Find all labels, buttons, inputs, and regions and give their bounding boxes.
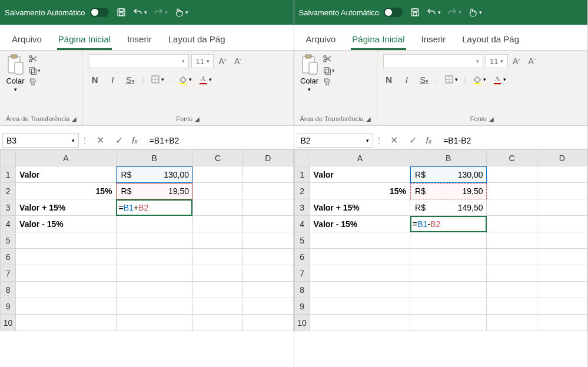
fx-icon[interactable]: fx bbox=[132, 135, 138, 145]
cell[interactable] bbox=[116, 265, 192, 282]
cell[interactable] bbox=[243, 232, 293, 249]
cell[interactable] bbox=[243, 199, 293, 216]
cell[interactable] bbox=[16, 298, 117, 315]
row-header[interactable]: 9 bbox=[294, 298, 310, 315]
row-header[interactable]: 8 bbox=[1, 282, 16, 298]
cancel-formula-button[interactable]: ✕ bbox=[388, 135, 400, 146]
cell[interactable] bbox=[487, 265, 537, 282]
cell[interactable] bbox=[192, 232, 242, 249]
cell[interactable] bbox=[310, 282, 410, 298]
cut-button[interactable] bbox=[323, 54, 335, 64]
font-color-button[interactable]: A▾ bbox=[492, 74, 506, 85]
cell[interactable] bbox=[310, 315, 410, 331]
col-header-b[interactable]: B bbox=[116, 150, 192, 166]
fill-color-button[interactable]: ▾ bbox=[472, 74, 486, 85]
cell[interactable] bbox=[116, 249, 192, 265]
tab-file[interactable]: Arquivo bbox=[4, 28, 50, 50]
tab-home[interactable]: Página Inicial bbox=[344, 28, 413, 50]
cell[interactable] bbox=[192, 298, 242, 315]
cell[interactable] bbox=[116, 216, 192, 232]
accept-formula-button[interactable]: ✓ bbox=[113, 135, 125, 146]
font-size-combo[interactable]: 11▾ bbox=[191, 54, 214, 68]
cell[interactable] bbox=[537, 282, 587, 298]
cell[interactable] bbox=[192, 315, 242, 331]
cell[interactable] bbox=[410, 315, 487, 331]
cell[interactable] bbox=[116, 282, 192, 298]
font-name-combo[interactable]: ▾ bbox=[383, 54, 483, 68]
cell[interactable] bbox=[192, 216, 242, 232]
bold-button[interactable]: N bbox=[89, 75, 101, 85]
cell[interactable] bbox=[243, 249, 293, 265]
row-header[interactable]: 1 bbox=[294, 166, 310, 183]
select-all-corner[interactable] bbox=[294, 150, 310, 166]
tab-home[interactable]: Página Inicial bbox=[50, 28, 119, 50]
row-header[interactable]: 6 bbox=[1, 249, 16, 265]
format-painter-button[interactable] bbox=[323, 78, 335, 87]
bold-button[interactable]: N bbox=[383, 75, 395, 85]
tab-insert[interactable]: Inserir bbox=[413, 28, 454, 50]
font-color-button[interactable]: A▾ bbox=[198, 74, 212, 85]
row-header[interactable]: 5 bbox=[294, 232, 310, 249]
cell[interactable] bbox=[192, 265, 242, 282]
formula-input[interactable]: =B1-B2 bbox=[438, 136, 587, 145]
row-header[interactable]: 3 bbox=[294, 199, 310, 216]
cell[interactable] bbox=[487, 249, 537, 265]
cell[interactable] bbox=[192, 166, 242, 183]
row-header[interactable]: 7 bbox=[1, 265, 16, 282]
italic-button[interactable]: I bbox=[107, 75, 118, 85]
cell[interactable] bbox=[487, 199, 537, 216]
underline-button[interactable]: S▾ bbox=[124, 75, 136, 85]
cell[interactable] bbox=[243, 166, 293, 183]
row-header[interactable]: 7 bbox=[294, 265, 310, 282]
cell[interactable] bbox=[487, 166, 537, 183]
cell[interactable] bbox=[410, 232, 487, 249]
fill-color-button[interactable]: ▾ bbox=[178, 74, 192, 85]
grow-font-button[interactable]: A^ bbox=[216, 55, 229, 68]
cell[interactable] bbox=[243, 315, 293, 331]
cell[interactable] bbox=[16, 265, 117, 282]
cut-button[interactable] bbox=[28, 54, 41, 64]
row-header[interactable]: 2 bbox=[1, 183, 16, 199]
accept-formula-button[interactable]: ✓ bbox=[407, 135, 419, 146]
cell[interactable] bbox=[537, 298, 587, 315]
cell[interactable] bbox=[537, 315, 587, 331]
cell[interactable] bbox=[310, 298, 410, 315]
cell[interactable] bbox=[310, 265, 410, 282]
row-header[interactable]: 1 bbox=[1, 166, 16, 183]
font-name-combo[interactable]: ▾ bbox=[89, 54, 189, 68]
tab-file[interactable]: Arquivo bbox=[298, 28, 344, 50]
name-box[interactable]: B2▾ bbox=[297, 133, 373, 148]
paste-button[interactable]: Colar ▾ bbox=[300, 54, 319, 92]
cell[interactable] bbox=[16, 282, 117, 298]
cell[interactable] bbox=[116, 298, 192, 315]
row-header[interactable]: 5 bbox=[1, 232, 16, 249]
borders-button[interactable]: ▾ bbox=[444, 74, 458, 85]
underline-button[interactable]: S▾ bbox=[418, 75, 430, 85]
cell[interactable] bbox=[537, 183, 587, 199]
redo-button[interactable]: ▾ bbox=[447, 7, 461, 18]
name-box[interactable]: B3▾ bbox=[2, 133, 79, 148]
tab-layout[interactable]: Layout da Pág bbox=[160, 28, 234, 50]
row-header[interactable]: 4 bbox=[1, 216, 16, 232]
cell[interactable] bbox=[487, 315, 537, 331]
cell[interactable] bbox=[243, 298, 293, 315]
autosave-toggle[interactable]: Salvamento Automático bbox=[299, 8, 403, 17]
grow-font-button[interactable]: A^ bbox=[510, 55, 523, 68]
touch-mode-button[interactable]: ▾ bbox=[174, 7, 188, 18]
touch-mode-button[interactable]: ▾ bbox=[467, 7, 482, 18]
dialog-launcher-icon[interactable]: ◢ bbox=[489, 116, 494, 122]
autosave-toggle[interactable]: Salvamento Automático bbox=[5, 8, 109, 17]
undo-button[interactable]: ▾ bbox=[426, 7, 441, 18]
cell[interactable] bbox=[16, 315, 117, 331]
split-handle-icon[interactable]: ⋮ bbox=[376, 132, 383, 149]
cell[interactable] bbox=[537, 265, 587, 282]
cell[interactable] bbox=[410, 298, 487, 315]
shrink-font-button[interactable]: Aˇ bbox=[231, 55, 244, 68]
dialog-launcher-icon[interactable]: ◢ bbox=[72, 116, 77, 122]
copy-button[interactable]: ▾ bbox=[323, 66, 335, 75]
formula-in-cell[interactable]: =B1+B2 bbox=[117, 203, 192, 212]
cell[interactable] bbox=[192, 282, 242, 298]
row-header[interactable]: 4 bbox=[294, 216, 310, 232]
col-header-d[interactable]: D bbox=[243, 150, 293, 166]
worksheet-grid[interactable]: A B C D 1 Valor R$130,00 2 15% R$19,50 3 bbox=[294, 149, 588, 367]
